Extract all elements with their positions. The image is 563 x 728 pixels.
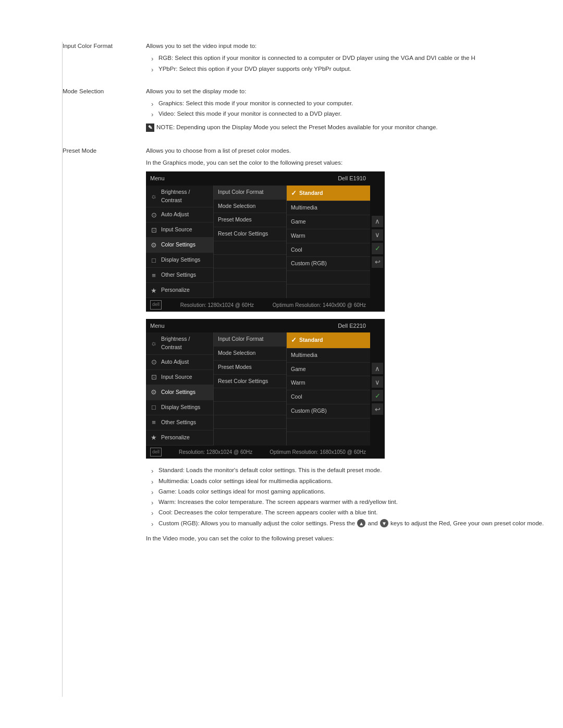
osd-item-row: Input Color Format <box>214 332 286 347</box>
osd-menu-row: □ Display Settings <box>146 253 213 268</box>
color-settings-icon: ⚙ <box>149 240 158 250</box>
note-text: NOTE: Depending upon the Display Mode yo… <box>156 123 438 132</box>
list-item: RGB: Select this option if your monitor … <box>151 54 553 63</box>
input-source-icon: ⊡ <box>149 373 158 382</box>
mode-selection-bullets: Graphics: Select this mode if your monit… <box>146 99 553 119</box>
osd-down-button[interactable]: ∨ <box>372 376 383 388</box>
preset-mode-section: Preset Mode Allows you to choose from a … <box>63 146 563 543</box>
osd-row-label: Other Settings <box>161 418 196 427</box>
osd-controls-1: ∧ ∨ ✓ ↩ <box>370 171 385 312</box>
osd-row-label: Color Settings <box>161 241 195 249</box>
osd-col1-1: ☼ Brightness / Contrast ⊙ Auto Adjust ⊡ … <box>146 186 214 299</box>
display-settings-icon: □ <box>149 403 158 412</box>
osd-body-2: ☼ Brightness / Contrast ⊙ Auto Adjust ⊡ … <box>146 332 370 446</box>
osd-row-label: Input Source <box>161 226 192 234</box>
osd-footer-1: dell Resolution: 1280x1024 @ 60Hz Optimu… <box>146 298 370 312</box>
osd-item-row: Input Color Format <box>214 186 286 200</box>
checkmark-icon: ✓ <box>291 335 297 346</box>
osd-menu-2: Menu Dell E2210 ☼ Brightness / Contrast <box>146 319 370 459</box>
list-item: Video: Select this mode if your monitor … <box>151 109 553 118</box>
body-mode-selection: Allows you to set the display mode to: G… <box>146 87 553 137</box>
label-mode-selection: Mode Selection <box>63 87 146 137</box>
osd-up-button[interactable]: ∧ <box>372 363 383 374</box>
osd-item-row: Preset Modes <box>214 213 286 227</box>
osd-header-title-1: Menu <box>150 174 165 183</box>
osd-footer-res-left: Resolution: 1280x1024 @ 60Hz <box>180 301 254 309</box>
osd-menu-row: ☼ Brightness / Contrast <box>146 186 213 208</box>
osd-menu-row-active: ⚙ Color Settings <box>146 385 213 400</box>
osd-down-button[interactable]: ∨ <box>372 229 383 241</box>
list-item: Game: Loads color settings ideal for mos… <box>151 487 553 496</box>
osd-row-label: Color Settings <box>161 388 195 397</box>
osd-item-row <box>214 415 286 429</box>
osd-value-row: Cool <box>287 243 370 257</box>
personalize-icon: ★ <box>149 286 158 295</box>
preset-notes: Standard: Loads the monitor's default co… <box>146 466 553 528</box>
osd-menu-row: ★ Personalize <box>146 430 213 446</box>
osd-value-row <box>287 418 370 432</box>
input-color-format-intro: Allows you to set the video input mode t… <box>146 42 553 51</box>
osd-header-model-1: Dell E1910 <box>338 174 366 183</box>
osd-row-label: Display Settings <box>161 403 200 412</box>
osd-row-label: Brightness / Contrast <box>161 335 210 352</box>
osd-ok-button[interactable]: ✓ <box>372 243 383 254</box>
osd-menu-row: ≡ Other Settings <box>146 268 213 283</box>
osd-body-1: ☼ Brightness / Contrast ⊙ Auto Adjust ⊡ … <box>146 186 370 299</box>
osd-menu-row: ⊙ Auto Adjust <box>146 355 213 370</box>
preset-mode-intro: Allows you to choose from a list of pres… <box>146 146 553 155</box>
content-area: Input Color Format Allows you to set the… <box>63 42 563 697</box>
list-item: YPbPr: Select this option if your DVD pl… <box>151 65 553 73</box>
osd-col3-2: ✓Standard Multimedia Game Warm Cool Cust… <box>287 332 370 446</box>
osd-value-row: Custom (RGB) <box>287 257 370 271</box>
osd-col3-1: ✓Standard Multimedia Game Warm Cool Cust… <box>287 186 370 299</box>
osd-row-label: Input Source <box>161 373 192 381</box>
osd-value-row: Game <box>287 215 370 229</box>
osd-item-row: Reset Color Settings <box>214 375 286 389</box>
osd-menu-row: ★ Personalize <box>146 283 213 298</box>
note-box: ✎ NOTE: Depending upon the Display Mode … <box>146 123 553 132</box>
osd-row-label: Other Settings <box>161 271 196 279</box>
note-icon: ✎ <box>146 124 154 132</box>
list-item: Standard: Loads the monitor's default co… <box>151 466 553 475</box>
osd-row-label: Auto Adjust <box>161 358 189 366</box>
label-preset-mode: Preset Mode <box>63 146 146 543</box>
osd-value-row: Custom (RGB) <box>287 404 370 418</box>
osd-item-row <box>214 268 286 282</box>
osd-row-label: Personalize <box>161 434 190 442</box>
osd-footer-logo: dell <box>150 448 162 457</box>
osd-menu-row: ⊙ Auto Adjust <box>146 207 213 223</box>
osd-header-1: Menu Dell E1910 <box>146 171 370 186</box>
osd-back-button[interactable]: ↩ <box>372 403 383 415</box>
osd-header-2: Menu Dell E2210 <box>146 319 370 333</box>
up-circle-icon: ▲ <box>357 519 365 527</box>
osd-menu-row: ☼ Brightness / Contrast <box>146 332 213 355</box>
osd-col1-2: ☼ Brightness / Contrast ⊙ Auto Adjust ⊡ … <box>146 332 214 446</box>
osd-value-row: Cool <box>287 390 370 404</box>
brightness-icon: ☼ <box>149 339 158 348</box>
other-settings-icon: ≡ <box>149 270 158 280</box>
osd-value-row-selected: ✓Standard <box>287 332 370 349</box>
osd-item-row: Reset Color Settings <box>214 227 286 241</box>
osd-value-row-selected: ✓Standard <box>287 186 370 202</box>
osd-row-label: Brightness / Contrast <box>161 188 210 205</box>
osd-back-button[interactable]: ↩ <box>372 256 383 268</box>
osd-controls-2: ∧ ∨ ✓ ↩ <box>370 319 385 459</box>
preset-notes-list: Standard: Loads the monitor's default co… <box>146 466 553 528</box>
list-item: Cool: Decreases the color temperature. T… <box>151 508 553 517</box>
osd-value-row: Warm <box>287 229 370 243</box>
osd-item-row <box>214 241 286 255</box>
display-settings-icon: □ <box>149 255 158 265</box>
color-settings-icon: ⚙ <box>149 388 158 397</box>
osd-item-row <box>214 255 286 268</box>
osd-menu-1: Menu Dell E1910 ☼ Brightness / Contrast <box>146 171 370 312</box>
osd-wrapper-2: Menu Dell E2210 ☼ Brightness / Contrast <box>146 319 553 459</box>
osd-item-row <box>214 402 286 415</box>
osd-up-button[interactable]: ∧ <box>372 216 383 227</box>
osd-col2-2: Input Color Format Mode Selection Preset… <box>214 332 287 446</box>
brightness-icon: ☼ <box>149 192 158 201</box>
osd-item-row: Mode Selection <box>214 200 286 214</box>
osd-menu-row: ⊡ Input Source <box>146 370 213 385</box>
osd-ok-button[interactable]: ✓ <box>372 390 383 401</box>
osd-row-label: Personalize <box>161 286 190 294</box>
osd-value-row: Multimedia <box>287 201 370 215</box>
